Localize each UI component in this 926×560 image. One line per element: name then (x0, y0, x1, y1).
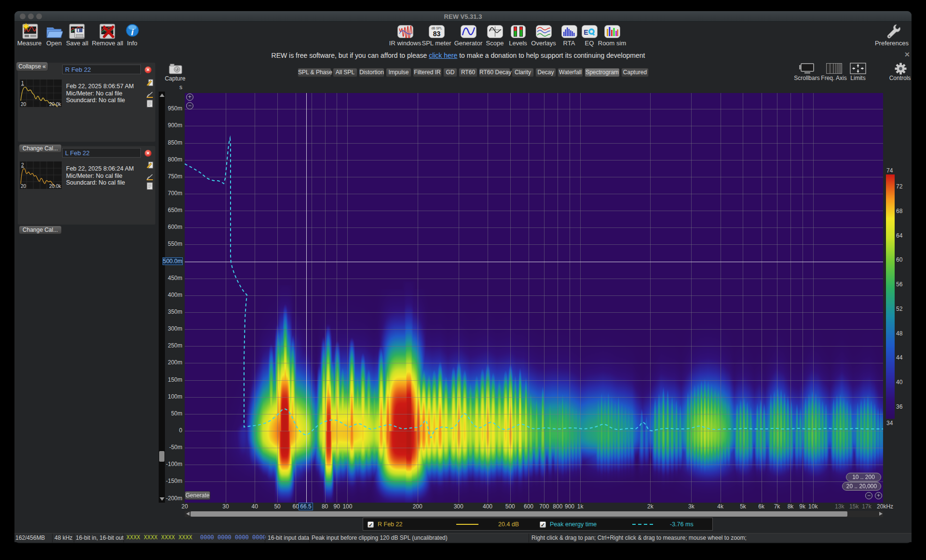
svg-text:20.0k: 20.0k (49, 184, 61, 189)
svg-text:83: 83 (433, 30, 441, 38)
svg-text:1: 1 (21, 80, 24, 86)
svg-text:20.0k: 20.0k (49, 102, 61, 107)
svg-text:i: i (131, 27, 134, 37)
svg-text:dB SPL: dB SPL (431, 27, 442, 30)
svg-text:E: E (584, 28, 588, 36)
svg-text:20: 20 (21, 102, 27, 107)
svg-text:2: 2 (21, 162, 24, 168)
svg-text:20: 20 (21, 184, 27, 189)
